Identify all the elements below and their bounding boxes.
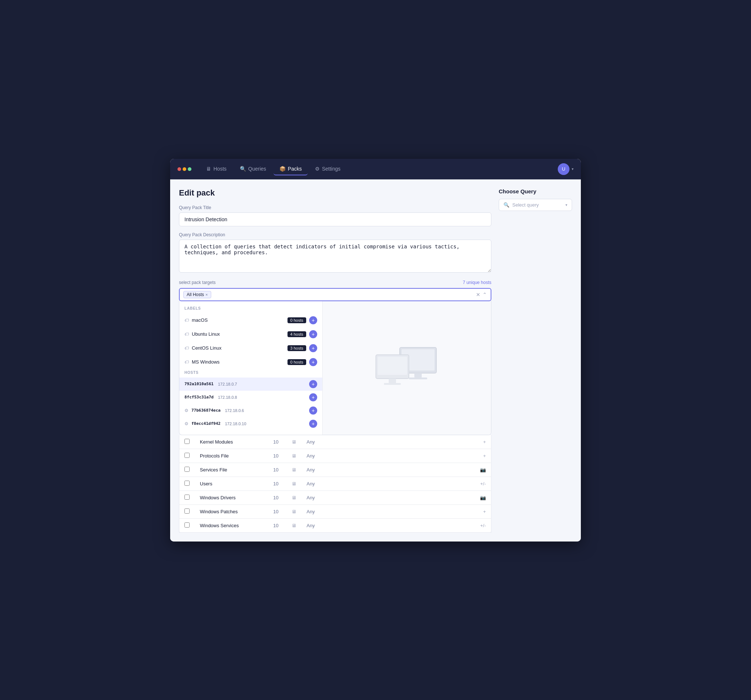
action-icon[interactable]: + [483,439,486,444]
page-title: Edit pack [179,188,491,198]
query-shard-1: Any [301,449,402,463]
label-tag-icon: 🏷 [184,318,189,323]
tag-close-icon[interactable]: × [206,293,207,297]
add-host-0-button[interactable]: + [309,380,317,388]
target-tag-all-hosts: All Hosts × [183,291,211,298]
table-row: Kernel Modules 10 🖥 Any + [179,435,491,449]
action-icon[interactable]: +/- [480,523,486,528]
host-gear-icon-3: ⚙ [184,421,189,426]
svg-rect-6 [389,379,396,383]
svg-rect-5 [378,356,407,375]
nav-label-settings: Settings [322,166,341,172]
query-interval-2: 10 [268,463,286,477]
main-window: 🖥 Hosts 🔍 Queries 📦 Packs ⚙ Settings U ▾ [170,159,581,542]
clear-icon[interactable]: ✕ [476,292,481,297]
avatar-caret: ▾ [572,167,573,171]
query-shard-2: Any [301,463,402,477]
query-pack-title-input[interactable] [179,212,491,226]
add-label-windows-button[interactable]: + [309,358,317,366]
host-id-0: 792a1010a561 [184,381,213,386]
label-item-macos[interactable]: 🏷 macOS 0 hosts + [179,313,322,327]
query-action-5[interactable]: + [402,505,491,519]
host-id-1: 8fcf53c31a7d [184,395,213,400]
expand-icon[interactable]: ⌃ [482,292,487,297]
action-icon[interactable]: + [483,453,486,458]
action-icon[interactable]: + [483,509,486,514]
queries-icon: 🔍 [240,166,246,172]
query-action-2[interactable]: 📷 [402,463,491,477]
nav-item-queries[interactable]: 🔍 Queries [234,163,272,175]
action-icon[interactable]: +/- [480,481,486,486]
logo-dot-red [178,167,181,171]
nav-item-settings[interactable]: ⚙ Settings [309,163,346,175]
label-tag-icon-centos: 🏷 [184,345,189,351]
add-host-3-button[interactable]: + [309,420,317,428]
host-id-2: 77b636874eca [192,408,220,413]
target-tag-label: All Hosts [187,292,204,297]
label-tag-icon-windows: 🏷 [184,359,189,365]
query-action-4[interactable]: 📷 [402,491,491,505]
host-item-0[interactable]: 792a1010a561 172.18.0.7 + [179,378,322,391]
row-checkbox-6[interactable] [184,522,190,528]
host-item-1[interactable]: 8fcf53c31a7d 172.18.0.8 + [179,391,322,404]
logo [178,167,192,171]
targets-label: select pack targets [179,280,216,285]
host-item-3[interactable]: ⚙ f8ecc41df942 172.18.0.10 + [179,417,322,431]
host-ip-2: 172.18.0.6 [225,408,244,413]
query-action-3[interactable]: +/- [402,477,491,491]
label-name-windows: MS Windows [192,359,284,365]
target-select-field[interactable]: All Hosts × ✕ ⌃ [179,288,491,301]
hosts-icon: 🖥 [206,166,211,172]
select-query-dropdown[interactable]: 🔍 Select query ▾ [499,199,572,211]
label-item-centos[interactable]: 🏷 CentOS Linux 3 hosts + [179,341,322,355]
query-interval-0: 10 [268,435,286,449]
unique-hosts-count: 7 unique hosts [463,280,491,285]
add-label-centos-button[interactable]: + [309,344,317,352]
nav-label-packs: Packs [288,166,302,172]
query-platform-icon-6: 🖥 [286,519,301,532]
query-pack-desc-textarea[interactable]: A collection of queries that detect indi… [179,240,491,273]
nav-item-packs[interactable]: 📦 Packs [274,163,308,175]
query-interval-3: 10 [268,477,286,491]
camera-icon[interactable]: 📷 [480,467,486,472]
row-checkbox-2[interactable] [184,467,190,472]
row-checkbox-0[interactable] [184,439,190,444]
add-label-ubuntu-button[interactable]: + [309,330,317,338]
query-shard-5: Any [301,505,402,519]
search-icon: 🔍 [504,202,509,208]
user-menu[interactable]: U ▾ [558,163,573,175]
query-action-1[interactable]: + [402,449,491,463]
label-item-windows[interactable]: 🏷 MS Windows 0 hosts + [179,355,322,369]
label-item-ubuntu[interactable]: 🏷 Ubuntu Linux 4 hosts + [179,327,322,341]
camera-icon[interactable]: 📷 [480,495,486,500]
query-shard-0: Any [301,435,402,449]
table-row: Services File 10 🖥 Any 📷 [179,463,491,477]
choose-query-title: Choose Query [499,188,572,194]
query-shard-6: Any [301,519,402,532]
svg-rect-7 [384,383,401,385]
select-query-caret: ▾ [566,203,567,207]
query-action-0[interactable]: + [402,435,491,449]
table-row: Windows Patches 10 🖥 Any + [179,505,491,519]
target-field-controls: ✕ ⌃ [476,292,487,297]
label-name-macos: macOS [192,317,284,323]
add-host-2-button[interactable]: + [309,406,317,415]
query-name-2: Services File [195,463,268,477]
query-name-1: Protocols File [195,449,268,463]
nav-item-hosts[interactable]: 🖥 Hosts [200,163,232,175]
nav-items: 🖥 Hosts 🔍 Queries 📦 Packs ⚙ Settings [200,163,558,175]
avatar[interactable]: U [558,163,570,175]
query-action-6[interactable]: +/- [402,519,491,532]
query-name-4: Windows Drivers [195,491,268,505]
row-checkbox-1[interactable] [184,453,190,458]
row-checkbox-3[interactable] [184,481,190,486]
row-checkbox-5[interactable] [184,508,190,514]
row-checkbox-4[interactable] [184,494,190,500]
host-gear-icon-2: ⚙ [184,408,189,413]
hosts-section-title: HOSTS [179,369,322,378]
label-count-macos: 0 hosts [287,317,306,323]
table-row: Protocols File 10 🖥 Any + [179,449,491,463]
add-label-macos-button[interactable]: + [309,316,317,324]
add-host-1-button[interactable]: + [309,393,317,401]
host-item-2[interactable]: ⚙ 77b636874eca 172.18.0.6 + [179,404,322,417]
